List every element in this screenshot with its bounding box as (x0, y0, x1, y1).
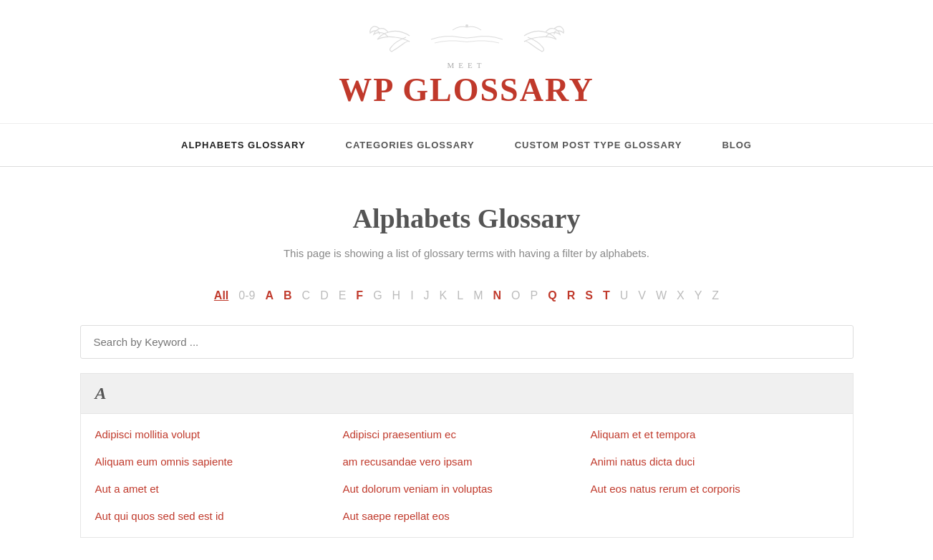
list-item (591, 503, 838, 530)
alpha-link-B[interactable]: B (280, 288, 296, 304)
alpha-link-P[interactable]: P (527, 288, 542, 304)
terms-grid-A: Adipisci mollitia voluptAdipisci praesen… (80, 414, 854, 538)
main-content: Alphabets Glossary This page is showing … (37, 167, 896, 560)
list-item: Aut a amet et (95, 475, 343, 503)
list-item: Aut eos natus rerum et corporis (591, 475, 838, 503)
page-subtitle: This page is showing a list of glossary … (80, 247, 854, 259)
nav-list: ALPHABETS GLOSSARYCATEGORIES GLOSSARYCUS… (29, 124, 904, 166)
alpha-link-N[interactable]: N (490, 288, 506, 304)
list-item: am recusandae vero ipsam (343, 448, 591, 475)
list-item: Aliquam et et tempora (591, 421, 838, 448)
term-link[interactable]: Adipisci mollitia volupt (95, 428, 200, 440)
alpha-link-M[interactable]: M (470, 288, 486, 304)
alpha-link-K[interactable]: K (436, 288, 451, 304)
list-item: Animi natus dicta duci (591, 448, 838, 475)
alpha-link-I[interactable]: I (407, 288, 417, 304)
alpha-link-F[interactable]: F (352, 288, 367, 304)
alpha-link-E[interactable]: E (335, 288, 350, 304)
list-item: Aut dolorum veniam in voluptas (343, 475, 591, 503)
alpha-link-Z[interactable]: Z (708, 288, 722, 304)
logo-meet-text: MEET (14, 61, 919, 69)
term-link[interactable]: Animi natus dicta duci (591, 455, 695, 468)
term-link[interactable]: Aut a amet et (95, 483, 159, 495)
main-nav: ALPHABETS GLOSSARYCATEGORIES GLOSSARYCUS… (0, 124, 933, 167)
alpha-link-U[interactable]: U (617, 288, 632, 304)
alpha-link-H[interactable]: H (389, 288, 405, 304)
alpha-link-R[interactable]: R (564, 288, 579, 304)
list-item: Adipisci mollitia volupt (95, 421, 343, 448)
alpha-link-W[interactable]: W (652, 288, 670, 304)
nav-item-custom-post[interactable]: CUSTOM POST TYPE GLOSSARY (495, 124, 702, 166)
logo-text: WP GLOSSARY (14, 71, 919, 109)
term-link[interactable]: Aut saepe repellat eos (343, 510, 450, 522)
list-item: Adipisci praesentium ec (343, 421, 591, 448)
section-header-A: A (80, 373, 854, 414)
list-item: Aliquam eum omnis sapiente (95, 448, 343, 475)
term-link[interactable]: Aut qui quos sed sed est id (95, 510, 224, 522)
term-link[interactable]: Aliquam eum omnis sapiente (95, 455, 233, 468)
site-header: MEET WP GLOSSARY (0, 0, 933, 124)
term-link[interactable]: Adipisci praesentium ec (343, 428, 456, 440)
page-title: Alphabets Glossary (80, 203, 854, 234)
alpha-link-D[interactable]: D (316, 288, 332, 304)
alpha-link-Y[interactable]: Y (691, 288, 706, 304)
term-link[interactable]: Aut eos natus rerum et corporis (591, 483, 740, 495)
glossary-sections: AAdipisci mollitia voluptAdipisci praese… (80, 373, 854, 538)
alpha-link-V[interactable]: V (634, 288, 649, 304)
nav-item-blog[interactable]: BLOG (702, 124, 772, 166)
alpha-link-O[interactable]: O (508, 288, 523, 304)
alpha-link-G[interactable]: G (369, 288, 385, 304)
term-link[interactable]: Aut dolorum veniam in voluptas (343, 483, 493, 495)
nav-item-alphabets[interactable]: ALPHABETS GLOSSARY (161, 124, 326, 166)
alpha-link-Q[interactable]: Q (544, 288, 560, 304)
alpha-link-L[interactable]: L (453, 288, 467, 304)
alpha-link-C[interactable]: C (299, 288, 314, 304)
logo-container: MEET WP GLOSSARY (14, 21, 919, 109)
alpha-link-T[interactable]: T (599, 288, 614, 304)
search-box (80, 325, 854, 359)
list-item: Aut qui quos sed sed est id (95, 503, 343, 530)
alpha-link-A[interactable]: A (261, 288, 277, 304)
term-link[interactable]: am recusandae vero ipsam (343, 455, 473, 468)
alpha-link-X[interactable]: X (673, 288, 688, 304)
alpha-link-S[interactable]: S (581, 288, 596, 304)
alpha-link-0-9[interactable]: 0-9 (235, 288, 258, 304)
term-link[interactable]: Aliquam et et tempora (591, 428, 696, 440)
alphabet-filter: All0-9ABCDEFGHIJKLMNOPQRSTUVWXYZ (80, 288, 854, 304)
list-item: Aut saepe repellat eos (343, 503, 591, 530)
nav-item-categories[interactable]: CATEGORIES GLOSSARY (326, 124, 495, 166)
alpha-link-All[interactable]: All (211, 288, 232, 304)
alpha-link-J[interactable]: J (420, 288, 433, 304)
svg-point-0 (465, 24, 468, 27)
section-letter-A: A (95, 384, 107, 402)
search-input[interactable] (80, 325, 854, 359)
